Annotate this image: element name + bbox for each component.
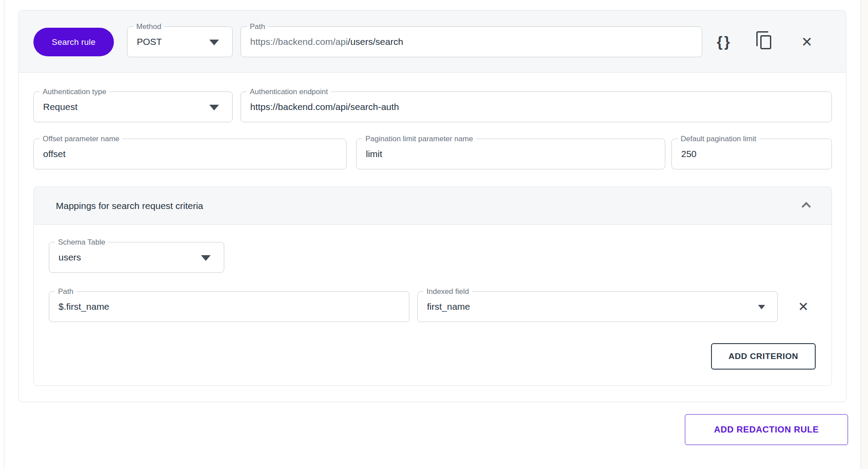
authentication-type-label: Authentication type [40, 86, 109, 97]
chevron-down-icon [201, 255, 211, 261]
add-criterion-button-label: ADD CRITERION [729, 352, 799, 361]
search-rule-badge-label: Search rule [52, 37, 95, 47]
default-pagination-limit-input[interactable]: Default pagination limit 250 [671, 139, 832, 169]
schema-table-label: Schema Table [55, 237, 108, 248]
pagination-limit-parameter-label: Pagination limit parameter name [362, 133, 476, 144]
left-panel-divider [4, 0, 4, 469]
chevron-down-icon [758, 305, 765, 309]
path-value: https://backend.com/api/users/search [250, 37, 403, 47]
schema-table-value: users [58, 252, 81, 263]
default-pagination-limit-label: Default pagination limit [678, 133, 759, 144]
right-panel-divider [861, 0, 861, 469]
remove-criterion-icon[interactable]: ✕ [793, 297, 814, 317]
right-background-strip [861, 0, 868, 469]
authentication-endpoint-input[interactable]: Authentication endpoint https://backend.… [241, 92, 832, 122]
criterion-path-input[interactable]: Path $.first_name [49, 291, 409, 322]
indexed-field-select[interactable]: Indexed field first_name [417, 291, 778, 322]
chevron-down-icon [209, 105, 219, 110]
offset-parameter-input[interactable]: Offset parameter name offset [33, 139, 346, 169]
path-input[interactable]: Path https://backend.com/api/users/searc… [241, 26, 702, 57]
search-rule-badge: Search rule [33, 28, 114, 56]
pagination-limit-parameter-input[interactable]: Pagination limit parameter name limit [356, 139, 665, 169]
criterion-path-value: $.first_name [58, 301, 109, 312]
method-select[interactable]: Method POST [127, 26, 233, 57]
add-redaction-rule-button-label: ADD REDACTION RULE [714, 425, 819, 435]
pagination-limit-parameter-value: limit [366, 149, 382, 159]
method-label: Method [133, 21, 164, 32]
offset-parameter-label: Offset parameter name [40, 133, 123, 144]
add-criterion-button[interactable]: ADD CRITERION [711, 343, 816, 370]
default-pagination-limit-value: 250 [681, 149, 697, 159]
authentication-endpoint-label: Authentication endpoint [247, 86, 331, 97]
add-redaction-rule-button[interactable]: ADD REDACTION RULE [685, 414, 848, 445]
copy-icon[interactable] [755, 31, 774, 52]
indexed-field-label: Indexed field [423, 286, 472, 297]
redaction-rule-editor: Search rule Method POST Path https://bac… [0, 0, 868, 469]
path-label: Path [247, 21, 268, 32]
close-icon[interactable]: ✕ [796, 32, 817, 52]
path-value-prefix: https://backend.com/api [250, 37, 348, 47]
schema-table-select[interactable]: Schema Table users [49, 242, 224, 273]
authentication-type-select[interactable]: Authentication type Request [33, 92, 233, 122]
path-value-suffix: /users/search [348, 37, 403, 47]
method-value: POST [137, 37, 162, 47]
mappings-section-title: Mappings for search request criteria [56, 201, 203, 211]
criterion-path-label: Path [55, 286, 77, 297]
code-braces-icon[interactable]: {} [711, 31, 736, 53]
indexed-field-value: first_name [427, 301, 470, 312]
offset-parameter-value: offset [43, 149, 66, 159]
chevron-down-icon [209, 40, 219, 45]
authentication-type-value: Request [43, 102, 77, 112]
copy-icon-front-sheet [760, 35, 771, 49]
mappings-section-header[interactable]: Mappings for search request criteria [34, 187, 832, 225]
authentication-endpoint-value: https://backend.com/api/search-auth [250, 102, 399, 112]
